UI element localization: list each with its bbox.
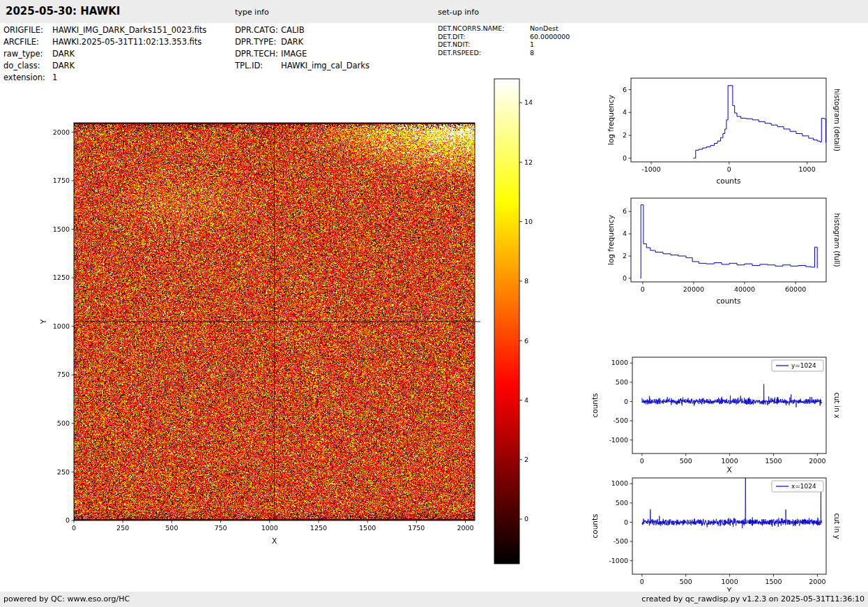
hist-detail-ylabel: log frequency	[607, 95, 615, 145]
colorbar-tick-label: 8	[524, 277, 528, 285]
setup-info-label: DET.NCORRS.NAME:	[438, 24, 530, 33]
colorbar-tick-label: 0	[524, 515, 528, 523]
cut-x-xlabel: X	[726, 465, 731, 474]
file-info-row: do_class:DARK	[3, 60, 206, 72]
hist-detail-line	[693, 86, 825, 158]
main-image-xtick-label: 1750	[408, 524, 425, 532]
hist-detail-ytick-label: 4	[623, 108, 627, 116]
hist-full-xtick-label: 60000	[785, 285, 806, 293]
setup-info-row: DET.RSPEED:8	[438, 49, 570, 57]
file-info-label: do_class:	[3, 60, 52, 72]
type-info-label: DPR.TECH:	[235, 48, 281, 60]
main-image-ytick-label: 1750	[53, 177, 70, 184]
type-info-heading: type info	[235, 8, 269, 17]
colorbar-tick-label: 6	[524, 337, 528, 345]
colorbar-tick-label: 4	[524, 396, 528, 404]
type-info-label: DPR.CATG:	[235, 24, 281, 36]
setup-info-block: DET.NCORRS.NAME:NonDest DET.DIT:60.00000…	[438, 24, 570, 57]
setup-info-value: 60.0000000	[530, 33, 570, 40]
cut-y-legend-label: x=1024	[791, 483, 816, 490]
setup-info-value: 1	[530, 40, 534, 48]
cut-x-ytick-label: -1000	[609, 436, 628, 444]
cut-x-xtick-label: 500	[680, 457, 692, 465]
file-info-value: 1	[52, 73, 57, 82]
file-info-row: ORIGFILE:HAWKI_IMG_DARK_Darks151_0023.fi…	[3, 24, 206, 36]
file-info-label: ARCFILE:	[3, 36, 52, 48]
hist-full-xtick-label: 0	[641, 285, 645, 293]
file-info-value: HAWKI.2025-05-31T11:02:13.353.fits	[52, 37, 201, 47]
main-image-xtick-label: 1000	[261, 524, 278, 532]
type-info-block: DPR.CATG:CALIB DPR.TYPE:DARK DPR.TECH:IM…	[235, 24, 370, 72]
qc-report-page: 2025-05-30: HAWKI type info set-up info …	[0, 0, 868, 607]
type-info-row: DPR.CATG:CALIB	[235, 24, 370, 36]
setup-info-label: DET.RSPEED:	[438, 49, 530, 57]
main-image-xlabel: X	[272, 537, 277, 545]
cut-x-plot: 0500100015002000-1000-50005001000Xcounts…	[591, 357, 841, 474]
cut-y-xtick-label: 2000	[809, 578, 825, 585]
cut-y-ylabel: counts	[591, 514, 599, 538]
cut-y-ytick-label: -1000	[609, 557, 628, 564]
colorbar-tick-label: 10	[524, 218, 533, 225]
cut-y-right-label: cut in y	[833, 513, 841, 539]
type-info-value: IMAGE	[281, 49, 307, 59]
main-image-xtick-label: 250	[116, 524, 129, 532]
hist-full-ytick-label: 6	[623, 207, 627, 215]
hist-full-xtick-label: 40000	[734, 285, 755, 293]
main-image-ytick-label: 1000	[53, 322, 70, 330]
hist-detail-plot: -1000010000246countslog frequencyhistogr…	[607, 78, 841, 185]
cut-y-xtick-label: 1000	[722, 578, 738, 585]
type-info-row: DPR.TECH:IMAGE	[235, 48, 370, 60]
file-info-label: raw_type:	[3, 48, 52, 60]
cut-y-ytick-label: -500	[613, 537, 628, 545]
hist-detail-ytick-label: 2	[623, 131, 627, 139]
file-info-row: ARCFILE:HAWKI.2025-05-31T11:02:13.353.fi…	[3, 36, 206, 48]
hist-full-ytick-label: 4	[623, 230, 627, 237]
setup-info-row: DET.NDIT:1	[438, 40, 570, 49]
dark-frame-image	[74, 123, 475, 520]
footer-right-text: created by qc_rawdisp.py v1.2.3 on 2025-…	[641, 594, 865, 604]
file-info-value: HAWKI_IMG_DARK_Darks151_0023.fits	[52, 25, 206, 35]
main-image-xtick-label: 2000	[457, 524, 473, 532]
colorbar-tick-label: 12	[524, 158, 533, 166]
cut-y-ytick-label: 500	[616, 499, 628, 507]
cut-y-xtick-label: 0	[640, 578, 644, 585]
file-info-row: raw_type:DARK	[3, 48, 206, 60]
main-image-xtick-label: 1500	[359, 524, 376, 532]
cut-x-ytick-label: 500	[616, 378, 628, 386]
file-info-block: ORIGFILE:HAWKI_IMG_DARK_Darks151_0023.fi…	[3, 24, 206, 84]
hist-detail-xtick-label: 0	[727, 165, 731, 173]
main-image-ytick-label: 1500	[53, 225, 70, 233]
setup-info-label: DET.DIT:	[438, 33, 530, 41]
hist-detail-xlabel: counts	[716, 177, 740, 185]
main-image-ytick-label: 250	[57, 468, 70, 476]
main-image-ytick-label: 2000	[53, 128, 70, 136]
setup-info-row: DET.NCORRS.NAME:NonDest	[438, 24, 570, 33]
cut-x-line	[642, 384, 822, 407]
colorbar-tick-label: 2	[524, 456, 528, 463]
setup-info-label: DET.NDIT:	[438, 40, 530, 49]
cut-x-ytick-label: 0	[624, 398, 628, 405]
hist-full-frame	[631, 198, 826, 282]
hist-full-ytick-label: 2	[623, 252, 627, 260]
setup-info-value: 8	[530, 49, 534, 57]
main-image-xtick-label: 1250	[310, 524, 327, 532]
file-info-value: DARK	[52, 61, 75, 70]
cut-x-xtick-label: 1000	[722, 457, 738, 465]
cut-y-frame	[632, 478, 826, 574]
hist-detail-ytick-label: 0	[623, 154, 627, 162]
cut-x-xtick-label: 1500	[765, 457, 782, 465]
cut-x-frame	[632, 357, 826, 454]
cut-x-xtick-label: 0	[640, 457, 644, 465]
main-image-ylabel: Y	[39, 319, 47, 324]
type-info-value: HAWKI_img_cal_Darks	[281, 61, 370, 70]
main-image-ytick-label: 500	[57, 419, 70, 427]
cut-x-legend-label: y=1024	[791, 362, 816, 369]
type-info-value: CALIB	[281, 25, 305, 35]
cut-y-xtick-label: 1500	[765, 578, 782, 585]
cut-x-xtick-label: 2000	[809, 457, 825, 465]
main-image-xtick-label: 500	[165, 524, 178, 532]
file-info-label: extension:	[3, 72, 52, 84]
colorbar-tick-label: 14	[524, 98, 533, 106]
cut-x-legend-box	[772, 360, 823, 371]
hist-detail-frame	[631, 78, 826, 162]
